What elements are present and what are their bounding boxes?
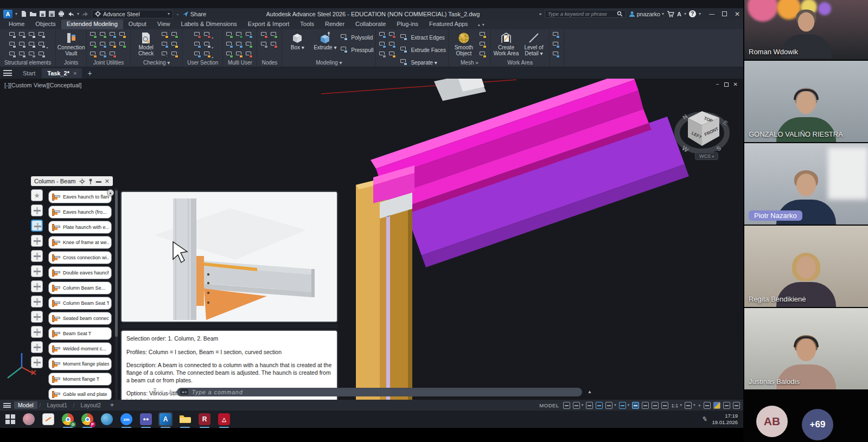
video-tile-regita-bendikien[interactable]: Regita Bendikienė <box>744 226 868 307</box>
palette-category-turnbuckle-bracing[interactable] <box>31 341 43 353</box>
command-line-grip[interactable] <box>154 388 156 395</box>
ribbon-group-label-joint-utilities[interactable]: Joint Utilities <box>89 60 128 67</box>
pen-tray-icon[interactable]: ✎ <box>701 415 708 424</box>
mesh-add-icon[interactable] <box>478 30 488 40</box>
palette-settings-icon[interactable] <box>79 178 85 184</box>
command-history-icon[interactable]: ▲ <box>588 389 592 394</box>
node-branch-icon[interactable] <box>270 30 279 40</box>
app-chrome-profile-p-icon[interactable]: P <box>80 412 94 426</box>
steel-check-icon[interactable] <box>161 50 170 60</box>
restore-button[interactable] <box>722 11 727 16</box>
video-tile-piotr-nazarko[interactable]: Piotr Nazarko <box>744 143 868 225</box>
joint-item-double-eaves-haunch[interactable]: Double eaves haunch... <box>48 266 112 279</box>
palette-category-frame-corner[interactable] <box>31 326 43 338</box>
node-y-icon[interactable] <box>260 40 270 50</box>
joint-item-moment-flange-t[interactable]: Moment flange T <box>48 373 112 386</box>
section-corner-icon[interactable]: ▾ <box>203 50 213 60</box>
ribbon-tab-labels-dimensions[interactable]: Labels & Dimensions <box>176 20 242 29</box>
command-prompt-icon[interactable]: ▸▾ <box>180 389 188 395</box>
separate-button[interactable]: Separate ▾ <box>399 57 445 67</box>
joint-item-column-beam-seat-t[interactable]: Column Beam Seat T <box>48 297 112 310</box>
section-template-icon[interactable]: ▾ <box>203 30 213 40</box>
box-button[interactable]: Box ▾ <box>284 30 310 50</box>
annotation-autoscale-icon[interactable] <box>661 402 668 409</box>
ribbon-tab-featured-apps[interactable]: Featured Apps <box>424 20 474 29</box>
separate-icon[interactable] <box>399 57 409 67</box>
ribbon-group-label-extra[interactable] <box>552 60 561 67</box>
document-audit-icon[interactable] <box>170 50 180 60</box>
joint-beam-icon[interactable] <box>89 50 99 60</box>
keyword-search-input[interactable]: Type a keyword or phrase <box>545 10 626 18</box>
connection-vault-button[interactable]: Connection Vault <box>58 30 84 56</box>
grid-display-icon[interactable] <box>563 402 570 409</box>
polysolid-button[interactable]: Polysolid <box>340 33 373 42</box>
mu-upload-icon[interactable] <box>245 40 254 50</box>
ribbon-tab-tools[interactable]: Tools <box>295 20 320 29</box>
palette-category-favourites[interactable]: ★ <box>31 189 43 201</box>
search-expand-icon[interactable]: ▸ <box>540 11 542 16</box>
joint-item-knee-of-frame-at-we[interactable]: Knee of frame at we... <box>48 236 112 249</box>
extrude-faces-icon[interactable] <box>399 45 409 55</box>
mu-user-icon[interactable] <box>225 40 235 50</box>
z-profile-icon[interactable] <box>18 50 28 60</box>
joint-properties-icon[interactable] <box>108 30 118 40</box>
help-dropdown-icon[interactable]: ▾ <box>699 11 701 16</box>
palette-scrollbar[interactable] <box>115 188 118 400</box>
joint-box-icon[interactable] <box>99 40 108 50</box>
palette-category-column-beam[interactable] <box>31 220 43 232</box>
command-input[interactable]: ▸▾ Type a command <box>177 388 582 396</box>
cage-ladder-icon[interactable]: ▾ <box>37 40 47 50</box>
mu-download-icon[interactable] <box>225 30 235 40</box>
palette-pin-icon[interactable] <box>88 178 93 184</box>
layout-tab-layout1[interactable]: Layout1 <box>43 401 71 409</box>
display-check-icon[interactable] <box>161 40 170 50</box>
palette-category-base-plates[interactable] <box>31 204 43 216</box>
palette-category-pin-connection[interactable] <box>31 296 43 308</box>
layout-menu-icon[interactable] <box>3 403 11 408</box>
layout-tab-model[interactable]: Model <box>14 401 37 409</box>
mu-sync-icon[interactable] <box>235 30 245 40</box>
curved-beam-icon[interactable] <box>8 40 18 50</box>
ribbon-group-label-nodes[interactable]: Nodes <box>259 60 279 67</box>
signed-in-user[interactable]: pnazarko ▾ <box>629 11 664 17</box>
joint-item-column-beam-se[interactable]: Column Beam Se... <box>48 281 112 294</box>
model-check-button[interactable]: Model Check <box>133 30 159 56</box>
annotation-scale-value[interactable]: 1:1 <box>671 402 678 408</box>
palette-category-cross-bracing[interactable] <box>31 311 43 323</box>
app-teams-icon[interactable]: ●● <box>139 412 153 426</box>
layout-tab-layout2[interactable]: Layout2 <box>77 401 105 409</box>
mu-add-icon[interactable] <box>245 30 254 40</box>
house-solid-icon[interactable] <box>28 30 37 40</box>
node-split-icon[interactable] <box>270 40 279 50</box>
curved-profile-icon[interactable] <box>37 50 47 60</box>
extract-edges-button[interactable]: Extract Edges <box>399 33 445 42</box>
command-wrench-icon[interactable] <box>167 389 174 395</box>
dropdown-chevron-icon[interactable]: ▾ <box>680 403 682 407</box>
video-tile-justinas-balodis[interactable]: Justinas Balodis <box>744 308 868 389</box>
ribbon-tab-extended-modeling[interactable]: Extended Modeling <box>61 20 123 29</box>
snap-mode-icon[interactable] <box>573 402 580 409</box>
annotation-visibility-icon[interactable] <box>652 402 659 409</box>
customization-add-button[interactable]: + <box>698 402 701 408</box>
palette-category-beam-splice[interactable] <box>31 250 43 262</box>
palette-category-apex-haunch[interactable] <box>31 235 43 247</box>
add-layout-button[interactable]: + <box>108 401 116 409</box>
twin-columns-icon[interactable] <box>18 40 28 50</box>
shell-icon[interactable] <box>378 50 388 60</box>
copy-joint-icon[interactable] <box>99 30 108 40</box>
wcs-selector[interactable]: WCS ▾ <box>695 152 718 160</box>
overflow-avatar-ab[interactable]: AB <box>756 406 788 437</box>
polysolid-icon[interactable] <box>340 33 349 42</box>
drawing-tab-task-2[interactable]: Task_2*× <box>42 68 82 78</box>
open-file-icon[interactable] <box>29 10 37 17</box>
union-icon[interactable] <box>378 30 388 40</box>
ribbon-group-label-modeling[interactable]: Modeling ▾ <box>284 60 373 67</box>
customization-menu-icon[interactable] <box>733 402 740 409</box>
ribbon-options-icon[interactable]: ▾ <box>482 22 484 27</box>
autodesk-account-icon[interactable]: A <box>677 11 681 17</box>
dropdown-chevron-icon[interactable]: ▾ <box>614 403 616 407</box>
drawing-tab-close-icon[interactable]: × <box>73 70 76 76</box>
app-mind-icon[interactable] <box>22 412 36 426</box>
panel-splitter[interactable] <box>120 324 338 329</box>
viewport-close-icon[interactable]: ✕ <box>733 81 738 87</box>
